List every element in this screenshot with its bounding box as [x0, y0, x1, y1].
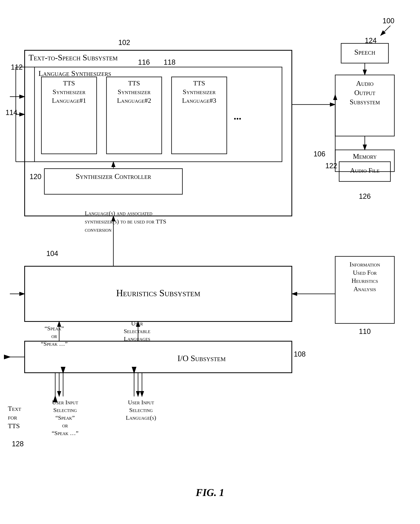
ellipsis-label: ...: [234, 109, 241, 123]
memory-label: Memory: [335, 152, 394, 161]
ref-108: 108: [294, 350, 306, 358]
user-selectable-languages-label: UserSelectableLanguages: [107, 320, 167, 342]
ref-122: 122: [325, 162, 337, 170]
heuristics-subsystem-label: Heuristics Subsystem: [25, 287, 292, 299]
figure-caption: FIG. 1: [0, 487, 420, 498]
tts-subsystem-label: Text-to-Speech Subsystem: [29, 52, 118, 63]
audio-file-label: Audio File: [339, 166, 390, 175]
speech-label: Speech: [341, 47, 388, 57]
synthesizer-controller-label: Synthesizer Controller: [44, 172, 182, 181]
tts3-label: TTSSynthesizerLanguage#3: [172, 79, 227, 105]
text-for-tts-label: TextforTTS: [8, 404, 39, 430]
ref-118: 118: [164, 58, 175, 66]
language-synthesizers-label: Language Synthesizers: [38, 69, 111, 78]
user-input-speak-label: User InputSelecting“Speak”or“Speak …”: [36, 398, 94, 437]
user-input-language-label: User InputSelectingLanguage(s): [112, 398, 170, 421]
ref-106: 106: [314, 150, 325, 158]
ref-102: 102: [118, 38, 130, 47]
languages-synthesizers-description: Language(s) and associatedsynthesizer(s)…: [85, 209, 223, 234]
speak-label: “Speak”or“Speak …”: [31, 324, 78, 348]
ref-100: 100: [383, 17, 394, 25]
tts1-label: TTSSynthesizerLanguage#1: [41, 79, 97, 105]
ref-114: 114: [6, 108, 17, 117]
io-subsystem-label: I/O Subsystem: [177, 353, 226, 364]
audio-output-subsystem-label: AudioOutputSubsystem: [335, 79, 394, 106]
information-heuristics-label: InformationUsed ForHeuristicsAnalysis: [335, 260, 394, 293]
tts2-label: TTSSynthesizerLanguage#2: [106, 79, 162, 105]
ref-126: 126: [359, 192, 371, 201]
ref-124: 124: [365, 36, 377, 45]
ref-112: 112: [11, 63, 23, 71]
ref-116: 116: [138, 58, 150, 66]
ref-128: 128: [12, 440, 24, 448]
ref-120: 120: [30, 173, 41, 181]
ref-104: 104: [46, 249, 58, 258]
ref-110: 110: [359, 327, 371, 336]
